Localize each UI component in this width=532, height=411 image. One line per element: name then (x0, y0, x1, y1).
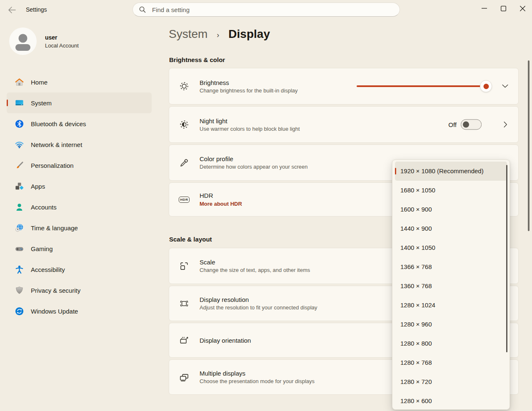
sidebar-item-windows-update[interactable]: Windows Update (7, 301, 152, 321)
display-orientation-title: Display orientation (200, 337, 251, 344)
resolution-option[interactable]: 1400 × 1050 (392, 238, 510, 257)
sidebar-item-time-language[interactable]: Time & language (7, 217, 152, 238)
toggle-knob (463, 122, 469, 128)
back-button[interactable] (7, 5, 17, 15)
brightness-title: Brightness (200, 79, 298, 86)
chevron-down-icon (502, 85, 508, 88)
sidebar-item-gaming[interactable]: Gaming (7, 238, 152, 259)
night-light-navigate-button[interactable] (504, 122, 507, 128)
resolution-option[interactable]: 1280 × 720 (392, 372, 510, 391)
search-box[interactable] (132, 2, 400, 17)
hdr-title: HDR (200, 192, 242, 199)
window-controls (475, 0, 532, 17)
resolution-option[interactable]: 1280 × 768 (392, 353, 510, 372)
system-icon (14, 98, 24, 108)
sidebar-nav: Home System Bluetooth & devices Network … (0, 72, 153, 321)
network-icon (14, 139, 24, 149)
apps-icon (14, 181, 24, 191)
user-account-card[interactable]: user Local Account (9, 27, 147, 56)
sidebar-item-label: Bluetooth & devices (31, 120, 86, 127)
minimize-button[interactable] (475, 0, 494, 17)
brightness-slider-track[interactable] (357, 85, 486, 87)
resolution-dropdown-flyout: 1920 × 1080 (Recommended) 1680 × 1050 16… (392, 159, 510, 410)
close-button[interactable] (513, 0, 532, 17)
scale-title: Scale (200, 259, 310, 266)
user-account-type: Local Account (45, 42, 79, 49)
display-resolution-title: Display resolution (200, 296, 317, 303)
sidebar-item-system[interactable]: System (7, 92, 152, 113)
personalization-icon (14, 160, 24, 170)
brightness-slider-thumb[interactable] (480, 80, 492, 92)
sidebar-item-apps[interactable]: Apps (7, 176, 152, 197)
user-name: user (45, 34, 79, 41)
sidebar-item-label: Gaming (31, 245, 53, 252)
resolution-option[interactable]: 1440 × 900 (392, 219, 510, 238)
night-light-toggle[interactable] (461, 120, 482, 130)
night-light-toggle-state: Off (448, 121, 457, 128)
sidebar-item-label: System (31, 100, 52, 107)
search-input[interactable] (151, 6, 394, 14)
sidebar-item-label: Time & language (31, 224, 78, 232)
windows-update-icon (14, 306, 24, 316)
gaming-icon (14, 244, 24, 254)
page-scrollbar[interactable] (528, 60, 530, 231)
resolution-option[interactable]: 1280 × 960 (392, 315, 510, 334)
hdr-icon: HDR (179, 194, 190, 205)
bluetooth-icon (14, 119, 24, 129)
sidebar-item-label: Apps (31, 183, 45, 190)
accessibility-icon (14, 264, 24, 274)
chevron-right-icon (504, 122, 507, 128)
resolution-option[interactable]: 1360 × 768 (392, 276, 510, 296)
maximize-button[interactable] (494, 0, 513, 17)
multiple-displays-icon (179, 372, 190, 383)
section-brightness-color: Brightness & color (169, 56, 225, 63)
scale-subtitle: Change the size of text, apps, and other… (200, 267, 310, 273)
brightness-row[interactable]: Brightness Change brightness for the bui… (169, 68, 519, 105)
settings-window: Settings user Loca (0, 0, 532, 411)
time-language-icon (14, 223, 24, 233)
sidebar-item-label: Home (31, 79, 47, 86)
resolution-option[interactable]: 1366 × 768 (392, 257, 510, 276)
resolution-option[interactable]: 1280 × 800 (392, 334, 510, 353)
sidebar-item-network-internet[interactable]: Network & internet (7, 134, 152, 155)
resolution-option[interactable]: 1280 × 600 (392, 391, 510, 410)
resolution-option[interactable]: 1680 × 1050 (392, 181, 510, 200)
breadcrumb-separator-icon: › (217, 31, 219, 40)
sidebar-item-accounts[interactable]: Accounts (7, 197, 152, 217)
brightness-icon (179, 81, 190, 92)
brightness-expand-button[interactable] (502, 85, 508, 88)
multiple-displays-subtitle: Choose the presentation mode for your di… (200, 378, 315, 384)
avatar (9, 27, 37, 55)
sidebar-item-label: Accounts (31, 204, 57, 211)
color-profile-subtitle: Determine how colors appear on your scre… (200, 164, 307, 170)
sidebar-item-label: Accessibility (31, 266, 65, 273)
brightness-slider[interactable] (357, 80, 497, 92)
breadcrumb-system[interactable]: System (169, 27, 207, 41)
night-light-title: Night light (200, 117, 300, 125)
sidebar-item-home[interactable]: Home (7, 72, 152, 92)
home-icon (14, 77, 24, 87)
sidebar-item-privacy-security[interactable]: Privacy & security (7, 280, 152, 301)
resolution-option[interactable]: 1280 × 1024 (392, 296, 510, 315)
sidebar-item-label: Windows Update (31, 308, 78, 315)
back-arrow-icon (8, 6, 16, 14)
sidebar-item-personalization[interactable]: Personalization (7, 155, 152, 176)
section-scale-layout: Scale & layout (169, 236, 212, 243)
display-resolution-icon (179, 298, 190, 309)
night-light-row[interactable]: Night light Use warmer colors to help bl… (169, 106, 519, 143)
more-about-hdr-link[interactable]: More about HDR (200, 201, 242, 207)
privacy-security-icon (14, 285, 24, 295)
multiple-displays-title: Multiple displays (200, 370, 315, 377)
dropdown-scrollbar[interactable] (506, 165, 507, 352)
close-icon (520, 6, 525, 11)
display-resolution-subtitle: Adjust the resolution to fit your connec… (200, 304, 317, 311)
night-light-icon (179, 119, 190, 130)
resolution-option[interactable]: 1600 × 900 (392, 200, 510, 219)
night-light-subtitle: Use warmer colors to help block blue lig… (200, 126, 300, 132)
resolution-option-selected[interactable]: 1920 × 1080 (Recommended) (395, 162, 507, 181)
search-icon (139, 6, 146, 13)
sidebar-item-accessibility[interactable]: Accessibility (7, 259, 152, 280)
sidebar-item-bluetooth-devices[interactable]: Bluetooth & devices (7, 113, 152, 134)
titlebar: Settings (0, 0, 532, 20)
color-profile-title: Color profile (200, 155, 307, 162)
